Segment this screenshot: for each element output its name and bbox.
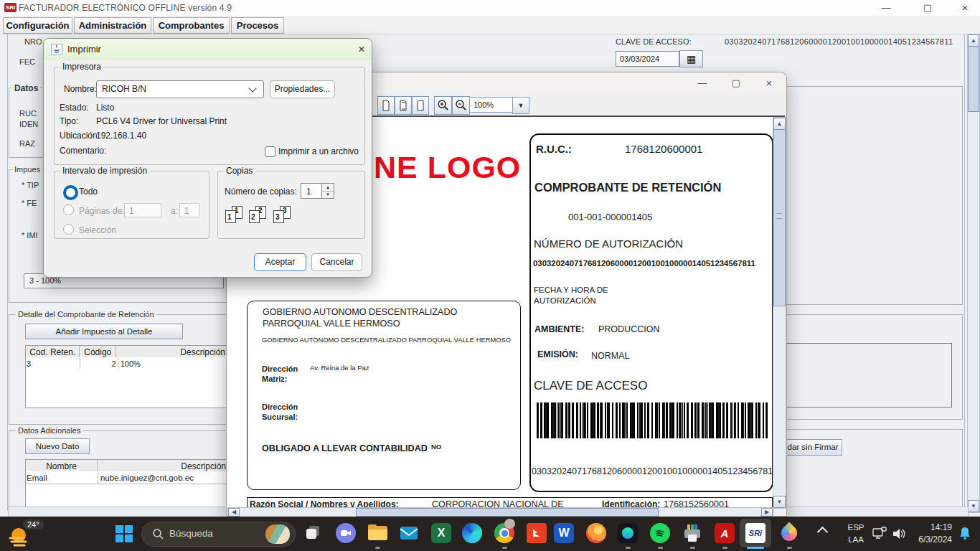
nuevo-dato-button[interactable]: Nuevo Dato [25, 438, 90, 454]
zoom-level-field[interactable]: 100% [469, 97, 516, 113]
calendar-button[interactable]: ▦ [679, 50, 703, 67]
adicionales-header-descripcion[interactable]: Descripción [98, 460, 227, 472]
webex-icon[interactable] [618, 523, 639, 544]
detalle-header-codigo[interactable]: Código [80, 346, 116, 358]
minimize-button[interactable]: — [874, 0, 898, 15]
aceptar-button[interactable]: Aceptar [254, 253, 306, 271]
preview-close-button[interactable]: × [758, 76, 780, 90]
spotify-running-indicator [658, 547, 663, 549]
weather-widget[interactable]: 24° [7, 519, 65, 550]
preview-hscroll-right[interactable]: ▶ [761, 508, 773, 517]
print-dialog-close-icon[interactable]: × [352, 42, 371, 57]
printer-app-icon[interactable] [682, 523, 702, 544]
zoom-in-icon[interactable] [434, 96, 452, 115]
volume-icon[interactable] [891, 526, 907, 545]
firefox-icon[interactable] [586, 523, 607, 544]
edge-icon[interactable] [462, 523, 483, 544]
page-portrait-icon[interactable] [377, 96, 395, 115]
adicionales-table-row[interactable]: Email nube.iniguez@cnt.gob.ec [25, 472, 227, 484]
nitro-pdf-icon[interactable] [527, 523, 547, 544]
preview-vscroll-up[interactable]: ▲ [773, 118, 786, 130]
file-explorer-icon[interactable] [367, 523, 388, 544]
preview-maximize-button[interactable]: ▢ [725, 76, 747, 90]
printer-select-value: RICOH B/N [102, 84, 146, 94]
fec-label: FEC [19, 57, 35, 66]
zoom-out-icon[interactable] [452, 96, 470, 115]
printer-select[interactable]: RICOH B/N [96, 80, 264, 98]
language-indicator[interactable]: ESP LAA [844, 522, 868, 546]
page-margins-icon[interactable] [395, 96, 412, 115]
menu-procesos[interactable]: Procesos [231, 17, 284, 34]
preview-hscroll-left[interactable]: ◀ [228, 508, 240, 517]
ruc-label: RUC [19, 109, 37, 118]
chat-app-icon[interactable] [336, 523, 357, 544]
preview-hscroll-thumb[interactable] [356, 508, 659, 517]
notification-bell-icon[interactable] [957, 525, 973, 544]
search-highlight-image[interactable] [265, 524, 290, 544]
zoom-dropdown-button[interactable]: ▼ [512, 97, 529, 114]
acrobat-running-indicator [722, 547, 727, 549]
paginas-radio[interactable] [63, 204, 74, 215]
seleccion-radio[interactable] [63, 224, 74, 235]
tray-expand-chevron-icon[interactable] [819, 528, 826, 536]
spotify-icon[interactable] [650, 523, 671, 544]
start-button[interactable] [113, 523, 134, 544]
num-copias-spinner[interactable]: ▲ ▼ [322, 183, 334, 199]
adicionales-group-title: Datos Adicionales [16, 426, 83, 435]
sri-taskbar-active-tile[interactable]: SRi [740, 519, 771, 547]
preview-vscroll-down[interactable]: ▼ [773, 496, 786, 508]
mail-app-icon[interactable] [399, 523, 420, 544]
spinner-up-icon[interactable]: ▲ [322, 184, 334, 192]
doc-left-box: GOBIERNO AUTONOMO DESCENTRALIZADO PARROQ… [247, 301, 521, 490]
network-icon[interactable] [872, 526, 887, 545]
doc-contabilidad-value: NO [431, 443, 441, 451]
main-vscroll-thumb[interactable] [968, 46, 979, 112]
seleccion-label: Selección [79, 225, 116, 235]
chrome-running-indicator [502, 547, 507, 549]
todo-radio[interactable] [63, 185, 78, 200]
acrobat-icon[interactable]: A [715, 523, 735, 544]
doc-contabilidad-label: OBLIGADO A LLEVAR CONTABILIDAD [262, 443, 428, 453]
adicionales-cell-nombre: Email [25, 472, 98, 484]
excel-icon[interactable]: X [431, 523, 452, 544]
detalle-table-row[interactable]: 3 2 100% [25, 358, 227, 369]
menu-administracion[interactable]: Administración [74, 17, 151, 34]
clock[interactable]: 14:19 6/3/2024 [916, 522, 952, 546]
fecha-field[interactable]: 03/03/2024 [616, 51, 679, 67]
printer-running-indicator [690, 547, 695, 549]
num-copias-field[interactable]: 1 [301, 183, 322, 199]
adicionales-header-nombre[interactable]: Nombre [26, 460, 98, 472]
print-dialog-titlebar: Imprimir × [44, 39, 372, 60]
close-button[interactable]: × [953, 0, 977, 15]
preview-minimize-button[interactable]: — [692, 76, 713, 90]
detalle-cell-descripcion: 100% [118, 358, 227, 369]
page-landscape-icon[interactable] [412, 96, 429, 115]
color-drop-app-icon[interactable] [779, 523, 800, 544]
task-view-button[interactable] [304, 523, 325, 544]
doc-title: COMPROBANTE DE RETENCIÓN [534, 181, 721, 194]
doc-ident-value: 1768152560001 [664, 499, 729, 507]
datos-group-title: Datos [12, 84, 40, 93]
paginas-a-field[interactable]: 1 [179, 203, 199, 217]
detalle-header-cod[interactable]: Cod. Reten. [26, 346, 80, 358]
doc-emision-value: NORMAL [591, 351, 629, 361]
temperature-badge: 24° [23, 519, 44, 529]
paginas-de-field[interactable]: 1 [124, 203, 161, 217]
chrome-icon[interactable] [494, 523, 515, 544]
print-to-file-checkbox[interactable] [265, 146, 275, 157]
main-vscroll-up[interactable]: ▲ [968, 34, 979, 47]
detalle-header-descripcion[interactable]: Descripción [116, 346, 227, 358]
search-box[interactable]: Búsqueda [141, 522, 296, 547]
printer-select-chevron-icon [248, 84, 256, 92]
propiedades-button[interactable]: Propiedades... [270, 80, 335, 98]
doc-ruc-value: 1768120600001 [625, 143, 702, 155]
menu-configuracion[interactable]: Configuración [3, 17, 72, 34]
cancelar-button[interactable]: Cancelar [311, 253, 362, 271]
guardar-sin-firmar-button[interactable]: dar sin Firmar [783, 439, 842, 456]
main-vscroll-down[interactable]: ▼ [968, 500, 979, 512]
menu-comprobantes[interactable]: Comprobantes [153, 17, 230, 34]
maximize-button[interactable]: ▢ [915, 0, 940, 15]
anadir-impuesto-button[interactable]: Añadir Impuesto al Detalle [25, 324, 183, 339]
spinner-down-icon[interactable]: ▼ [322, 192, 334, 198]
word-icon[interactable]: W [554, 523, 575, 544]
